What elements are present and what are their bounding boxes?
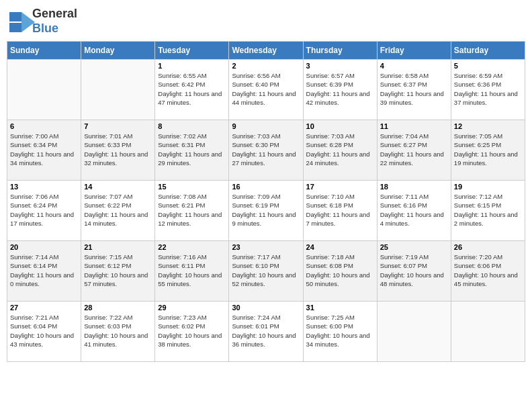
day-number: 16 xyxy=(232,183,300,191)
day-info: Sunrise: 7:00 AM Sunset: 6:34 PM Dayligh… xyxy=(10,132,78,167)
day-number: 11 xyxy=(380,122,448,130)
calendar-day-cell: 22Sunrise: 7:16 AM Sunset: 6:11 PM Dayli… xyxy=(155,241,229,302)
day-info: Sunrise: 7:11 AM Sunset: 6:16 PM Dayligh… xyxy=(380,192,448,228)
calendar-day-cell: 3Sunrise: 6:57 AM Sunset: 6:39 PM Daylig… xyxy=(303,60,377,120)
day-info: Sunrise: 7:14 AM Sunset: 6:14 PM Dayligh… xyxy=(10,253,78,288)
column-header-monday: Monday xyxy=(81,42,155,60)
calendar-day-cell: 6Sunrise: 7:00 AM Sunset: 6:34 PM Daylig… xyxy=(7,120,81,181)
day-info: Sunrise: 6:57 AM Sunset: 6:39 PM Dayligh… xyxy=(306,71,374,107)
day-info: Sunrise: 7:06 AM Sunset: 6:24 PM Dayligh… xyxy=(10,192,78,228)
day-number: 27 xyxy=(10,304,78,312)
calendar-day-cell xyxy=(451,302,525,362)
day-number: 25 xyxy=(380,243,448,251)
day-info: Sunrise: 7:24 AM Sunset: 6:01 PM Dayligh… xyxy=(232,313,300,349)
calendar-day-cell: 31Sunrise: 7:25 AM Sunset: 6:00 PM Dayli… xyxy=(303,302,377,362)
calendar-day-cell: 24Sunrise: 7:18 AM Sunset: 6:08 PM Dayli… xyxy=(303,241,377,302)
day-info: Sunrise: 7:19 AM Sunset: 6:07 PM Dayligh… xyxy=(380,253,448,288)
day-number: 7 xyxy=(84,122,152,130)
logo-text: General Blue xyxy=(32,7,77,36)
calendar-day-cell xyxy=(377,302,451,362)
day-info: Sunrise: 6:59 AM Sunset: 6:36 PM Dayligh… xyxy=(454,71,522,107)
calendar-day-cell: 29Sunrise: 7:23 AM Sunset: 6:02 PM Dayli… xyxy=(155,302,229,362)
day-number: 15 xyxy=(158,183,226,191)
page-header: General Blue xyxy=(7,7,525,36)
calendar-week-row: 6Sunrise: 7:00 AM Sunset: 6:34 PM Daylig… xyxy=(7,120,525,181)
day-info: Sunrise: 7:18 AM Sunset: 6:08 PM Dayligh… xyxy=(306,253,374,288)
calendar-week-row: 13Sunrise: 7:06 AM Sunset: 6:24 PM Dayli… xyxy=(7,181,525,241)
day-number: 21 xyxy=(84,243,152,251)
day-number: 2 xyxy=(232,62,300,70)
day-number: 12 xyxy=(454,122,522,130)
day-number: 18 xyxy=(380,183,448,191)
day-info: Sunrise: 7:04 AM Sunset: 6:27 PM Dayligh… xyxy=(380,132,448,167)
day-number: 29 xyxy=(158,304,226,312)
calendar-day-cell: 1Sunrise: 6:55 AM Sunset: 6:42 PM Daylig… xyxy=(155,60,229,120)
column-header-saturday: Saturday xyxy=(451,42,525,60)
day-number: 10 xyxy=(306,122,374,130)
day-info: Sunrise: 6:56 AM Sunset: 6:40 PM Dayligh… xyxy=(232,71,300,107)
calendar-day-cell: 8Sunrise: 7:02 AM Sunset: 6:31 PM Daylig… xyxy=(155,120,229,181)
calendar-day-cell: 5Sunrise: 6:59 AM Sunset: 6:36 PM Daylig… xyxy=(451,60,525,120)
day-info: Sunrise: 7:05 AM Sunset: 6:25 PM Dayligh… xyxy=(454,132,522,167)
day-number: 28 xyxy=(84,304,152,312)
day-info: Sunrise: 7:03 AM Sunset: 6:30 PM Dayligh… xyxy=(232,132,300,167)
day-info: Sunrise: 7:25 AM Sunset: 6:00 PM Dayligh… xyxy=(306,313,374,349)
column-header-wednesday: Wednesday xyxy=(229,42,303,60)
svg-marker-2 xyxy=(21,12,35,32)
day-info: Sunrise: 7:21 AM Sunset: 6:04 PM Dayligh… xyxy=(10,313,78,349)
calendar-day-cell: 16Sunrise: 7:09 AM Sunset: 6:19 PM Dayli… xyxy=(229,181,303,241)
day-info: Sunrise: 7:23 AM Sunset: 6:02 PM Dayligh… xyxy=(158,313,226,349)
day-number: 1 xyxy=(158,62,226,70)
day-number: 23 xyxy=(232,243,300,251)
calendar-week-row: 20Sunrise: 7:14 AM Sunset: 6:14 PM Dayli… xyxy=(7,241,525,302)
day-info: Sunrise: 7:16 AM Sunset: 6:11 PM Dayligh… xyxy=(158,253,226,288)
calendar-day-cell: 9Sunrise: 7:03 AM Sunset: 6:30 PM Daylig… xyxy=(229,120,303,181)
day-info: Sunrise: 7:12 AM Sunset: 6:15 PM Dayligh… xyxy=(454,192,522,228)
day-number: 4 xyxy=(380,62,448,70)
logo-icon xyxy=(9,12,31,31)
day-number: 20 xyxy=(10,243,78,251)
day-info: Sunrise: 7:03 AM Sunset: 6:28 PM Dayligh… xyxy=(306,132,374,167)
calendar-day-cell: 11Sunrise: 7:04 AM Sunset: 6:27 PM Dayli… xyxy=(377,120,451,181)
column-header-thursday: Thursday xyxy=(303,42,377,60)
day-number: 6 xyxy=(10,122,78,130)
calendar-day-cell: 15Sunrise: 7:08 AM Sunset: 6:21 PM Dayli… xyxy=(155,181,229,241)
calendar-day-cell xyxy=(7,60,81,120)
svg-rect-0 xyxy=(9,12,21,21)
calendar-day-cell: 2Sunrise: 6:56 AM Sunset: 6:40 PM Daylig… xyxy=(229,60,303,120)
day-number: 19 xyxy=(454,183,522,191)
calendar-day-cell: 14Sunrise: 7:07 AM Sunset: 6:22 PM Dayli… xyxy=(81,181,155,241)
day-number: 22 xyxy=(158,243,226,251)
calendar-day-cell: 17Sunrise: 7:10 AM Sunset: 6:18 PM Dayli… xyxy=(303,181,377,241)
logo: General Blue xyxy=(9,7,77,36)
calendar-day-cell: 30Sunrise: 7:24 AM Sunset: 6:01 PM Dayli… xyxy=(229,302,303,362)
calendar-day-cell: 7Sunrise: 7:01 AM Sunset: 6:33 PM Daylig… xyxy=(81,120,155,181)
calendar-day-cell: 18Sunrise: 7:11 AM Sunset: 6:16 PM Dayli… xyxy=(377,181,451,241)
day-number: 17 xyxy=(306,183,374,191)
day-number: 5 xyxy=(454,62,522,70)
calendar-week-row: 1Sunrise: 6:55 AM Sunset: 6:42 PM Daylig… xyxy=(7,60,525,120)
day-info: Sunrise: 7:09 AM Sunset: 6:19 PM Dayligh… xyxy=(232,192,300,228)
column-header-sunday: Sunday xyxy=(7,42,81,60)
day-number: 14 xyxy=(84,183,152,191)
day-info: Sunrise: 7:10 AM Sunset: 6:18 PM Dayligh… xyxy=(306,192,374,228)
calendar-week-row: 27Sunrise: 7:21 AM Sunset: 6:04 PM Dayli… xyxy=(7,302,525,362)
calendar-day-cell: 4Sunrise: 6:58 AM Sunset: 6:37 PM Daylig… xyxy=(377,60,451,120)
day-info: Sunrise: 7:22 AM Sunset: 6:03 PM Dayligh… xyxy=(84,313,152,349)
calendar-day-cell: 20Sunrise: 7:14 AM Sunset: 6:14 PM Dayli… xyxy=(7,241,81,302)
day-number: 24 xyxy=(306,243,374,251)
day-info: Sunrise: 6:58 AM Sunset: 6:37 PM Dayligh… xyxy=(380,71,448,107)
day-info: Sunrise: 7:01 AM Sunset: 6:33 PM Dayligh… xyxy=(84,132,152,167)
day-info: Sunrise: 7:15 AM Sunset: 6:12 PM Dayligh… xyxy=(84,253,152,288)
calendar-day-cell: 28Sunrise: 7:22 AM Sunset: 6:03 PM Dayli… xyxy=(81,302,155,362)
day-number: 13 xyxy=(10,183,78,191)
day-info: Sunrise: 6:55 AM Sunset: 6:42 PM Dayligh… xyxy=(158,71,226,107)
calendar-day-cell xyxy=(81,60,155,120)
day-info: Sunrise: 7:02 AM Sunset: 6:31 PM Dayligh… xyxy=(158,132,226,167)
calendar-table: SundayMondayTuesdayWednesdayThursdayFrid… xyxy=(7,41,525,362)
calendar-day-cell: 27Sunrise: 7:21 AM Sunset: 6:04 PM Dayli… xyxy=(7,302,81,362)
day-info: Sunrise: 7:20 AM Sunset: 6:06 PM Dayligh… xyxy=(454,253,522,288)
calendar-day-cell: 25Sunrise: 7:19 AM Sunset: 6:07 PM Dayli… xyxy=(377,241,451,302)
column-header-tuesday: Tuesday xyxy=(155,42,229,60)
calendar-day-cell: 13Sunrise: 7:06 AM Sunset: 6:24 PM Dayli… xyxy=(7,181,81,241)
